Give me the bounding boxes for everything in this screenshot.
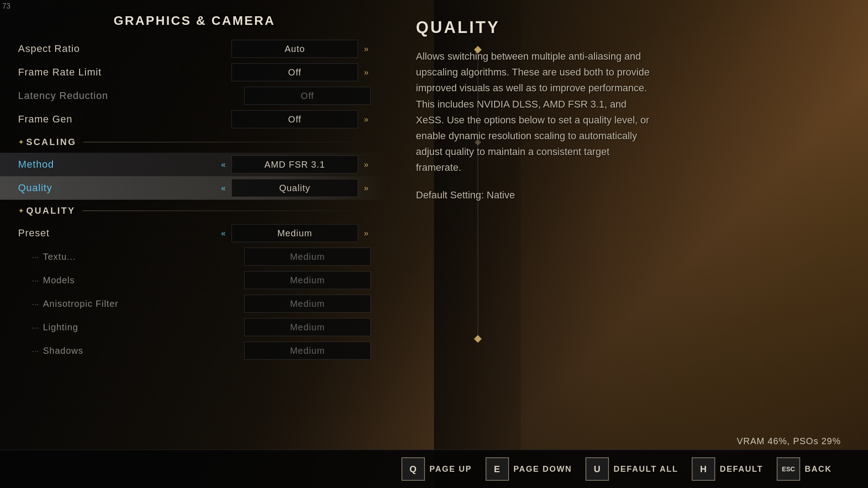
info-description: Allows switching between multiple anti-a… <box>416 48 651 176</box>
quality-label: Quality <box>18 182 219 194</box>
frame-gen-arrow-right: » <box>362 115 371 124</box>
preset-label: Preset <box>18 227 219 239</box>
key-q: Q <box>401 457 425 481</box>
default-all-label: DEFAULT ALL <box>613 465 678 474</box>
models-value: Medium <box>244 271 371 289</box>
aspect-ratio-label: Aspect Ratio <box>18 43 231 55</box>
key-u: U <box>585 457 609 481</box>
back-label: BACK <box>805 465 832 474</box>
textures-value: Medium <box>244 248 371 266</box>
setting-row-frame-gen[interactable]: Frame Gen Off » <box>0 108 389 131</box>
shadows-label: ⋯Shadows <box>18 346 244 356</box>
textures-label: ⋯Textu... <box>18 252 244 262</box>
frame-rate-limit-value: Off <box>231 63 358 81</box>
bottom-bar: Q PAGE UP E PAGE DOWN U DEFAULT ALL H DE… <box>0 450 868 488</box>
setting-row-frame-rate-limit[interactable]: Frame Rate Limit Off » <box>0 61 389 84</box>
anisotropic-value: Medium <box>244 295 371 313</box>
setting-row-shadows: ⋯Shadows Medium <box>0 339 389 362</box>
info-title: QUALITY <box>416 18 841 37</box>
lighting-bullet: ⋯ <box>32 324 39 332</box>
setting-row-quality[interactable]: Quality « Quality » <box>0 176 389 200</box>
action-page-up[interactable]: Q PAGE UP <box>401 457 481 481</box>
scaling-section-label: SCALING <box>26 137 76 147</box>
scrollbar <box>474 50 481 339</box>
page-down-label: PAGE DOWN <box>514 465 572 474</box>
textures-value-container: Medium <box>244 248 371 266</box>
settings-list: Aspect Ratio Auto » Frame Rate Limit Off… <box>0 37 389 443</box>
key-esc: ESC <box>777 457 800 481</box>
frame-gen-value: Off <box>231 110 358 128</box>
lighting-value: Medium <box>244 318 371 336</box>
quality-star: ✦ <box>18 206 24 215</box>
setting-row-lighting: ⋯Lighting Medium <box>0 315 389 339</box>
quality-section-line <box>82 211 371 211</box>
main-container: GRAPHICS & CAMERA Aspect Ratio Auto » Fr… <box>0 0 868 488</box>
setting-row-method[interactable]: Method « AMD FSR 3.1 » <box>0 153 389 176</box>
anisotropic-bullet: ⋯ <box>32 300 39 308</box>
action-default[interactable]: H DEFAULT <box>692 457 772 481</box>
frame-gen-label: Frame Gen <box>18 113 231 125</box>
anisotropic-value-container: Medium <box>244 295 371 313</box>
latency-reduction-label: Latency Reduction <box>18 90 244 102</box>
panel-title: GRAPHICS & CAMERA <box>0 14 389 28</box>
setting-row-textures: ⋯Textu... Medium <box>0 245 389 268</box>
key-h: H <box>692 457 715 481</box>
scroll-mid-diamond <box>475 139 481 145</box>
aspect-ratio-arrow-right: » <box>362 44 371 54</box>
quality-arrow-left: « <box>219 183 228 193</box>
action-back[interactable]: ESC BACK <box>777 457 841 481</box>
frame-rate-limit-label: Frame Rate Limit <box>18 66 231 78</box>
action-default-all[interactable]: U DEFAULT ALL <box>585 457 687 481</box>
page-up-label: PAGE UP <box>429 465 472 474</box>
shadows-value-container: Medium <box>244 342 371 360</box>
frame-rate-limit-value-container: Off » <box>231 63 371 81</box>
method-value-container: « AMD FSR 3.1 » <box>219 155 371 174</box>
quality-value: Quality <box>231 179 358 197</box>
models-bullet: ⋯ <box>32 277 39 285</box>
setting-row-preset[interactable]: Preset « Medium » <box>0 221 389 245</box>
quality-arrow-right: » <box>362 183 371 193</box>
fps-counter: 73 <box>2 2 10 10</box>
latency-reduction-value-container: Off <box>244 87 371 105</box>
setting-row-aspect-ratio[interactable]: Aspect Ratio Auto » <box>0 37 389 61</box>
method-arrow-right: » <box>362 160 371 169</box>
lighting-value-container: Medium <box>244 318 371 336</box>
scaling-star: ✦ <box>18 138 24 146</box>
frame-rate-limit-arrow-right: » <box>362 68 371 77</box>
quality-section-label: QUALITY <box>26 206 75 216</box>
lighting-label: ⋯Lighting <box>18 322 244 333</box>
method-label: Method <box>18 159 219 170</box>
method-value: AMD FSR 3.1 <box>231 155 358 174</box>
setting-row-anisotropic: ⋯Anisotropic Filter Medium <box>0 292 389 315</box>
aspect-ratio-value: Auto <box>231 40 358 58</box>
setting-row-models: ⋯Models Medium <box>0 268 389 292</box>
setting-row-latency-reduction: Latency Reduction Off <box>0 84 389 108</box>
scaling-section-line <box>83 142 371 142</box>
textures-bullet: ⋯ <box>32 253 39 261</box>
preset-arrow-left: « <box>219 229 228 238</box>
models-label: ⋯Models <box>18 275 244 286</box>
action-page-down[interactable]: E PAGE DOWN <box>486 457 581 481</box>
preset-value-container: « Medium » <box>219 224 371 242</box>
anisotropic-label: ⋯Anisotropic Filter <box>18 299 244 309</box>
shadows-bullet: ⋯ <box>32 347 39 355</box>
aspect-ratio-value-container: Auto » <box>231 40 371 58</box>
models-value-container: Medium <box>244 271 371 289</box>
quality-section-header: ✦ QUALITY <box>0 200 389 221</box>
key-e: E <box>486 457 509 481</box>
latency-reduction-value: Off <box>244 87 371 105</box>
scaling-section-header: ✦ SCALING <box>0 131 389 153</box>
method-arrow-left: « <box>219 160 228 169</box>
settings-panel: GRAPHICS & CAMERA Aspect Ratio Auto » Fr… <box>0 0 389 488</box>
shadows-value: Medium <box>244 342 371 360</box>
preset-arrow-right: » <box>362 229 371 238</box>
frame-gen-value-container: Off » <box>231 110 371 128</box>
default-label: DEFAULT <box>720 465 763 474</box>
preset-value: Medium <box>231 224 358 242</box>
quality-value-container: « Quality » <box>219 179 371 197</box>
info-panel: QUALITY Allows switching between multipl… <box>389 0 868 488</box>
vram-info: VRAM 46%, PSOs 29% <box>737 436 841 446</box>
